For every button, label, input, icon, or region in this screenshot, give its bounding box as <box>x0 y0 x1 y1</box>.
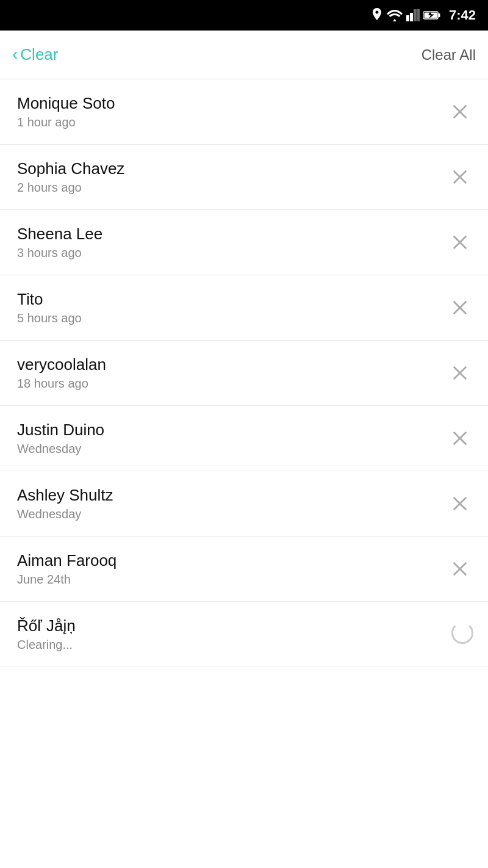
item-name: Sheena Lee <box>17 225 102 244</box>
battery-icon <box>423 10 440 20</box>
item-info: Aiman FarooqJune 24th <box>17 551 117 587</box>
location-icon <box>371 8 383 23</box>
item-time: Wednesday <box>17 507 113 521</box>
item-time: 5 hours ago <box>17 311 82 325</box>
list-item: Sophia Chavez2 hours ago <box>0 145 488 210</box>
list-item: Justin DuinoWednesday <box>0 406 488 471</box>
list-item: Tito5 hours ago <box>0 275 488 341</box>
item-name: Tito <box>17 290 82 309</box>
dismiss-button[interactable] <box>447 98 473 125</box>
item-info: Tito5 hours ago <box>17 290 82 325</box>
item-name: Justin Duino <box>17 421 104 439</box>
dismiss-button[interactable] <box>447 164 473 190</box>
dismiss-button[interactable] <box>447 294 473 321</box>
item-time: 3 hours ago <box>17 246 102 260</box>
status-bar: 7:42 <box>0 0 488 31</box>
item-name: Sophia Chavez <box>17 159 124 178</box>
item-name: Řőľ Jåįņ <box>17 617 76 635</box>
item-name: Monique Soto <box>17 94 115 113</box>
item-time: Clearing... <box>17 638 76 652</box>
signal-icon <box>406 9 420 21</box>
svg-rect-1 <box>410 13 413 21</box>
item-name: Aiman Farooq <box>17 551 117 570</box>
item-time: Wednesday <box>17 442 104 456</box>
header: ‹ Clear Clear All <box>0 31 488 79</box>
list-item: Sheena Lee3 hours ago <box>0 210 488 275</box>
item-time: June 24th <box>17 573 117 587</box>
item-time: 2 hours ago <box>17 181 124 195</box>
item-info: Justin DuinoWednesday <box>17 421 104 456</box>
dismiss-button[interactable] <box>447 555 473 582</box>
svg-rect-3 <box>417 9 420 21</box>
clear-all-button[interactable]: Clear All <box>422 46 476 63</box>
list-item: Řőľ JåįņClearing... <box>0 602 488 667</box>
item-name: verycoolalan <box>17 355 106 374</box>
list-item: Ashley ShultzWednesday <box>0 471 488 537</box>
item-name: Ashley Shultz <box>17 486 113 505</box>
svg-rect-5 <box>438 13 440 17</box>
list-item: verycoolalan18 hours ago <box>0 341 488 406</box>
dismiss-button[interactable] <box>447 360 473 386</box>
dismiss-button[interactable] <box>447 229 473 256</box>
status-time: 7:42 <box>449 7 476 23</box>
dismiss-button[interactable] <box>447 425 473 452</box>
svg-rect-0 <box>406 15 409 21</box>
dismiss-button[interactable] <box>447 490 473 517</box>
item-info: verycoolalan18 hours ago <box>17 355 106 391</box>
item-info: Monique Soto1 hour ago <box>17 94 115 129</box>
back-label: Clear <box>20 45 58 64</box>
wifi-icon <box>387 9 403 21</box>
clearing-spinner <box>451 622 473 646</box>
item-info: Sheena Lee3 hours ago <box>17 225 102 260</box>
back-chevron-icon: ‹ <box>12 46 18 63</box>
list-item: Monique Soto1 hour ago <box>0 79 488 145</box>
item-info: Sophia Chavez2 hours ago <box>17 159 124 195</box>
item-time: 18 hours ago <box>17 377 106 391</box>
item-info: Řőľ JåįņClearing... <box>17 617 76 652</box>
svg-rect-2 <box>414 9 417 21</box>
status-icons: 7:42 <box>371 7 476 23</box>
item-time: 1 hour ago <box>17 115 115 129</box>
back-button[interactable]: ‹ Clear <box>12 45 58 64</box>
list-item: Aiman FarooqJune 24th <box>0 537 488 602</box>
item-info: Ashley ShultzWednesday <box>17 486 113 521</box>
recent-list: Monique Soto1 hour ago Sophia Chavez2 ho… <box>0 79 488 667</box>
